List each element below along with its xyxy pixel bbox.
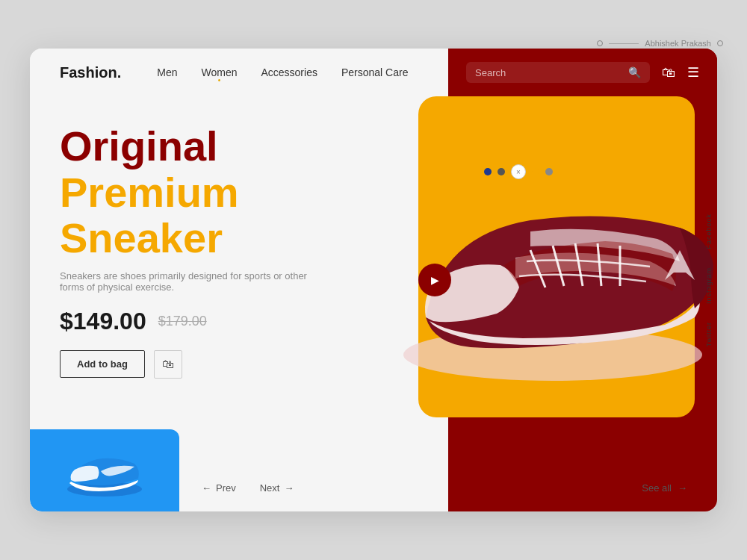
header-right: 🔍 🛍 ☰ — [448, 49, 717, 96]
sneaker-display — [381, 86, 717, 407]
color-dot-dark[interactable] — [498, 168, 505, 175]
content-left: Original Premium Sneaker Sneakers are sh… — [60, 123, 374, 379]
product-description: Sneakers are shoes primarily designed fo… — [60, 270, 329, 293]
prev-label: Prev — [216, 482, 236, 494]
credit-text: Abhishek Prakash — [645, 39, 711, 48]
nav-men[interactable]: Men — [157, 66, 177, 78]
see-all-arrow-icon: → — [678, 482, 687, 494]
logo: Fashion. — [60, 64, 121, 81]
social-instagram[interactable]: Instagram — [705, 267, 713, 303]
credit-dot — [597, 40, 603, 46]
main-card: Fashion. Men Women Accessories Personal … — [30, 49, 717, 511]
prev-arrow-icon: ← — [202, 482, 211, 494]
see-all-label: See all — [642, 482, 672, 494]
page-wrapper: Abhishek Prakash Fashion. Men Women Acce… — [0, 0, 747, 560]
header-left: Fashion. Men Women Accessories Personal … — [30, 49, 448, 96]
sneaker-svg — [381, 86, 717, 407]
social-facebook[interactable]: Facebook — [705, 214, 713, 249]
color-dot-yellow[interactable] — [532, 168, 539, 175]
search-icon: 🔍 — [628, 66, 641, 78]
heading-original: Original — [60, 123, 374, 169]
social-sidebar: Facebook Instagram Twitter — [701, 214, 717, 346]
color-dot-close[interactable]: × — [511, 164, 526, 179]
search-box[interactable]: 🔍 — [466, 62, 650, 83]
nav-women[interactable]: Women — [201, 66, 237, 78]
color-dots: × — [484, 164, 553, 179]
menu-icon[interactable]: ☰ — [687, 64, 699, 81]
credit-bar: Abhishek Prakash — [597, 39, 723, 48]
next-button[interactable]: Next → — [260, 482, 294, 494]
nav-bottom: ← Prev Next → — [202, 482, 294, 494]
nav-personal-care[interactable]: Personal Care — [341, 66, 409, 78]
nav-accessories[interactable]: Accessories — [261, 66, 317, 78]
prev-button[interactable]: ← Prev — [202, 482, 236, 494]
bag-icon-button[interactable]: 🛍 — [154, 350, 182, 379]
see-all-button[interactable]: See all → — [642, 482, 687, 494]
thumbnail-shoe-svg — [60, 443, 149, 499]
cart-icon[interactable]: 🛍 — [662, 65, 675, 81]
main-nav: Men Women Accessories Personal Care — [157, 66, 408, 78]
add-btn-row: Add to bag 🛍 — [60, 350, 374, 379]
price-row: $149.00 $179.00 — [60, 308, 374, 335]
next-arrow-icon: → — [284, 482, 294, 494]
credit-dot2 — [717, 40, 723, 46]
next-label: Next — [260, 482, 280, 494]
add-to-bag-button[interactable]: Add to bag — [60, 350, 145, 378]
social-twitter[interactable]: Twitter — [705, 322, 713, 347]
header: Fashion. Men Women Accessories Personal … — [30, 49, 717, 96]
heading-premium: Premium Sneaker — [60, 169, 374, 261]
price-current: $149.00 — [60, 308, 146, 335]
color-dot-blue[interactable] — [484, 168, 492, 175]
price-original: $179.00 — [158, 314, 207, 329]
play-button[interactable]: ▶ — [418, 264, 451, 296]
search-input[interactable] — [475, 67, 622, 78]
color-dot-gray[interactable] — [545, 168, 553, 175]
thumbnail-section[interactable] — [30, 429, 179, 511]
credit-line — [609, 43, 639, 44]
